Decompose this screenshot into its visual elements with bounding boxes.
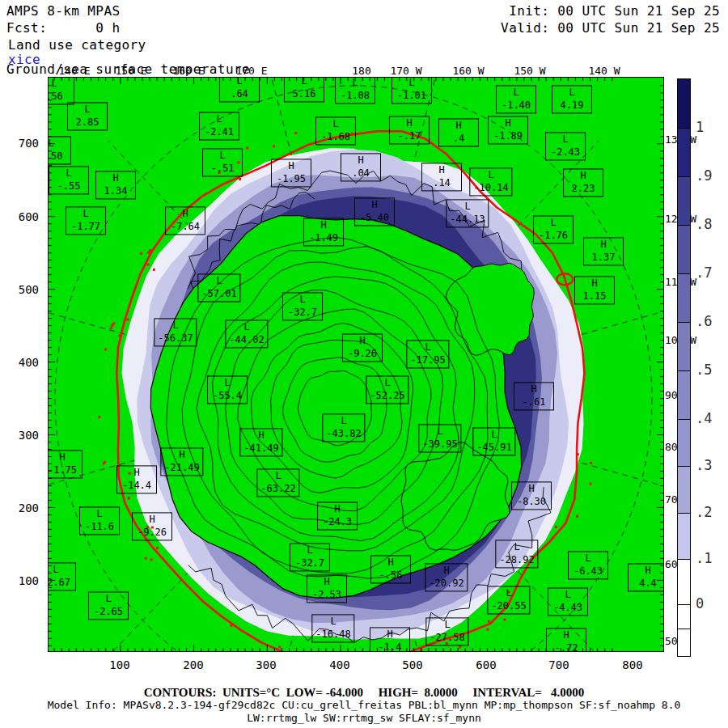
- extremum-label-low: L-57.01: [197, 273, 240, 302]
- extremum-label-high: H-14.4: [116, 465, 157, 493]
- extremum-label-high: H-.61: [514, 382, 554, 410]
- extremum-label-high: H-.56: [370, 555, 411, 583]
- colorbar-segment: [678, 176, 690, 225]
- extremum-label-low: L-.50: [48, 136, 71, 164]
- top-lon-label: 160 W: [452, 65, 484, 77]
- colorbar-label: .1: [696, 550, 712, 566]
- colorbar-segment: [678, 79, 690, 128]
- extremum-label-high: H4.4: [628, 563, 664, 591]
- colorbar-segment: [678, 322, 690, 370]
- colorbar-segment: [678, 273, 690, 322]
- extremum-label-high: H-2.53: [307, 574, 347, 603]
- extremum-label-high: H-20.92: [425, 563, 468, 591]
- extremum-label-low: L-63.22: [256, 468, 299, 497]
- colorbar-label: .7: [696, 265, 712, 281]
- extremum-label-low: L-44.02: [225, 320, 268, 348]
- x-axis-label: 700: [548, 658, 569, 671]
- extremum-label-high: H.04: [341, 153, 381, 181]
- colorbar-segment: [678, 128, 690, 176]
- extremum-label-low: L-2.43: [545, 132, 586, 160]
- extremum-label-low: L-1.40: [496, 85, 536, 113]
- y-axis-label: 400: [6, 356, 39, 369]
- colorbar-segment: [678, 225, 690, 273]
- extremum-label-high: H-9.26: [132, 512, 172, 540]
- colorbar-label: 1: [696, 119, 704, 135]
- extremum-label-low: L-1.77: [66, 206, 106, 235]
- colorbar-segment: [678, 559, 690, 604]
- colorbar-label: .9: [696, 167, 712, 184]
- extremum-label-high: H-7.64: [165, 206, 205, 235]
- extremum-label-low: L-28.92: [495, 540, 538, 568]
- extremum-label-high: H1.37: [583, 237, 624, 265]
- extremum-label-low: L-45.91: [472, 427, 515, 455]
- extremum-label-low: L-10.14: [469, 167, 512, 196]
- y-axis-label: 500: [6, 283, 39, 296]
- top-lon-label: 150 W: [514, 65, 545, 77]
- x-axis-label: 600: [476, 658, 496, 671]
- top-lon-label: 140 E: [58, 65, 90, 77]
- extremum-label-low: L-4.43: [548, 587, 588, 616]
- top-lon-label: 150 E: [115, 65, 146, 77]
- colorbar-label: .3: [696, 457, 712, 473]
- extremum-label-high: H-24.3: [317, 502, 358, 530]
- init-time: Init: 00 UTC Sun 21 Sep 25: [509, 3, 720, 19]
- colorbar-segment: [678, 370, 690, 419]
- y-axis-label: 100: [6, 574, 39, 587]
- extremum-label-low: L.64: [219, 77, 260, 103]
- extremum-label-low: L-32.7: [282, 292, 323, 320]
- top-lon-label: 140 W: [588, 65, 620, 77]
- extremum-label-low: L-55.4: [207, 375, 248, 404]
- colorbar-label: .8: [696, 216, 712, 232]
- extremum-label-low: L4.19: [552, 85, 592, 113]
- extremum-label-low: L-2.65: [88, 591, 129, 620]
- extremum-label-low: L-39.95: [418, 424, 461, 452]
- y-axis-label: 600: [6, 210, 39, 223]
- x-axis-label: 400: [329, 658, 349, 671]
- x-axis-label: 100: [109, 658, 129, 671]
- extremum-label-low: L-17.95: [406, 340, 449, 368]
- colorbar-label: .4: [696, 410, 712, 426]
- extremum-label-low: L2.85: [67, 102, 108, 130]
- field-name-landuse: Land use category: [8, 37, 146, 53]
- forecast-hour: Fcst: 0 h: [6, 20, 120, 36]
- extremum-label-low: L-.55: [49, 166, 89, 194]
- colorbar-segment: [678, 604, 690, 629]
- extremum-label-low: L-11.6: [79, 506, 120, 535]
- physics-info-line: LW:rrtmg_lw SW:rrtmg_sw SFLAY:sf_mynn: [247, 712, 481, 724]
- top-lon-label: 170 W: [390, 65, 421, 77]
- extremum-label-low: L-44.13: [446, 199, 489, 227]
- extremum-label-low: L-1.76: [533, 215, 574, 243]
- colorbar-segment: [678, 466, 690, 513]
- extremum-label-high: H-1.75: [48, 450, 83, 478]
- extremum-label-high: H1.15: [574, 276, 615, 304]
- colorbar-label: .2: [696, 504, 712, 520]
- extremum-label-low: L-.51: [202, 148, 243, 176]
- top-lon-label: 170 E: [235, 65, 267, 77]
- extremum-label-high: H-41.49: [239, 428, 282, 456]
- extremum-label-low: L-56.37: [154, 318, 197, 346]
- extremum-label-low: L-27.58: [425, 617, 468, 645]
- extremum-label-low: L-32.7: [290, 543, 330, 571]
- extremum-label-high: H1.34: [95, 171, 136, 199]
- colorbar-segment: [678, 419, 690, 466]
- colorbar-segment: [678, 513, 690, 559]
- contour-info-line: CONTOURS: UNITS=°C LOW= -64.000 HIGH= 8.…: [144, 686, 585, 700]
- colorbar-label: .5: [696, 362, 712, 378]
- x-axis-label: 200: [183, 658, 203, 671]
- extremum-label-high: H.4: [438, 118, 479, 146]
- extremum-label-high: H-.72: [546, 628, 586, 652]
- top-lon-label: 160 E: [172, 65, 204, 77]
- extremum-label-high: H.14: [421, 163, 462, 191]
- extremum-label-low: L-1.68: [315, 116, 356, 145]
- extremum-label-low: L5.16: [284, 77, 324, 103]
- extremum-label-low: L-1.08: [335, 77, 375, 104]
- colorbar-segment: [678, 629, 690, 656]
- extremum-label-high: H2.23: [563, 168, 603, 197]
- extremum-label-high: H-.17: [389, 116, 430, 144]
- extremum-label-low: L-16.48: [311, 614, 354, 642]
- extremum-label-high: H-1.89: [488, 116, 528, 144]
- colorbar-label: .6: [696, 313, 712, 329]
- extremum-label-high: H-1.49: [303, 218, 344, 246]
- extremum-label-high: H-8.30: [511, 481, 552, 510]
- extremum-label-low: L-43.82: [322, 413, 365, 442]
